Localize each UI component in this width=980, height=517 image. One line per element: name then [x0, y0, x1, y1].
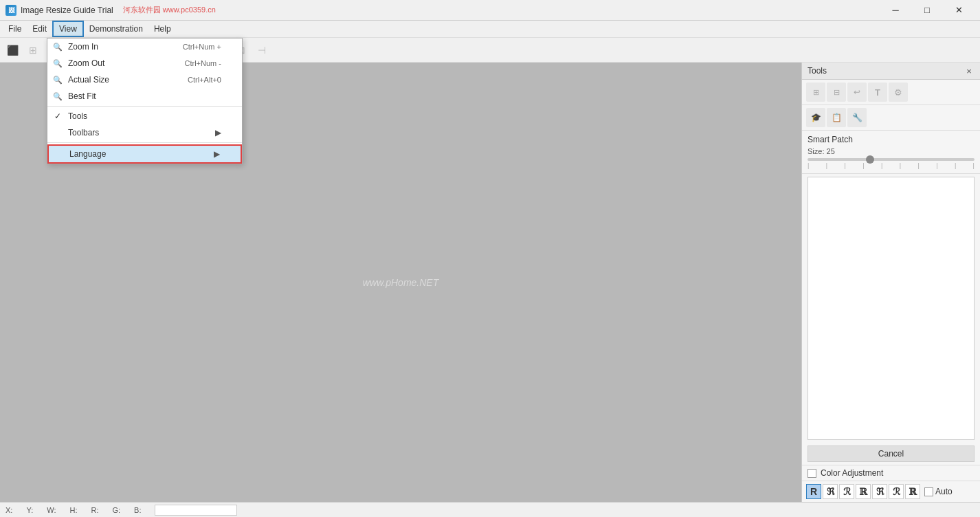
tools-panel-title: Tools: [808, 66, 827, 76]
status-w: W:: [47, 506, 56, 514]
toolbars-label: Toolbars: [68, 128, 99, 138]
toolbar-flip-v[interactable]: ⊣: [252, 41, 271, 60]
font-style-R[interactable]: R: [806, 484, 821, 499]
menu-separator-2: [47, 142, 242, 143]
menu-item-zoom-out[interactable]: 🔍 Zoom Out Ctrl+Num -: [47, 55, 242, 72]
status-bar: X: Y: W: H: R: G: B:: [0, 502, 980, 517]
tools-check-icon: ✓: [54, 111, 61, 121]
tools-panel: Tools × ⊞ ⊟ ↩ T ⚙ 🎓 📋 🔧 Smart Patch Size…: [801, 63, 980, 502]
watermark-text: 河东软件园 www.pc0359.cn: [123, 5, 216, 15]
menu-help[interactable]: Help: [148, 21, 177, 37]
font-style-bb1[interactable]: ℝ: [856, 484, 871, 499]
menu-separator-1: [47, 106, 242, 107]
toolbars-arrow-icon: ▶: [215, 128, 221, 138]
window-controls: ─ □ ✕: [880, 0, 975, 21]
menu-edit[interactable]: Edit: [27, 21, 52, 37]
zoom-in-icon: 🔍: [53, 43, 63, 52]
zoom-in-label: Zoom In: [68, 42, 98, 52]
menu-item-toolbars[interactable]: Toolbars ▶: [47, 124, 242, 141]
slider-thumb[interactable]: [866, 155, 874, 164]
tools-icons-row-1: ⊞ ⊟ ↩ T ⚙: [802, 80, 980, 105]
close-button[interactable]: ✕: [943, 0, 975, 21]
auto-label: Auto: [935, 487, 953, 496]
tools-label: Tools: [68, 111, 87, 121]
title-bar: 🖼 Image Resize Guide Trial 河东软件园 www.pc0…: [0, 0, 980, 21]
tools-panel-close-button[interactable]: ×: [964, 65, 975, 76]
status-g: G:: [112, 506, 120, 514]
app-icon: 🖼: [5, 5, 16, 16]
color-adjustment-label: Color Adjustment: [821, 468, 883, 478]
actual-size-icon: 🔍: [53, 76, 63, 85]
toolbar-btn-1[interactable]: ⬛: [3, 41, 22, 60]
cancel-button[interactable]: Cancel: [808, 446, 975, 462]
tool-text-btn[interactable]: T: [868, 82, 887, 102]
font-style-script2[interactable]: ℛ: [889, 484, 904, 499]
app-title: Image Resize Guide Trial: [21, 6, 113, 15]
font-style-bb2[interactable]: ℝ: [905, 484, 920, 499]
font-style-frak2[interactable]: ℜ: [872, 484, 887, 499]
status-h: H:: [69, 506, 77, 514]
font-style-row: R ℜ ℛ ℝ ℜ ℛ ℝ Auto: [802, 481, 980, 502]
toolbar-btn-2[interactable]: ⊞: [23, 41, 43, 60]
tool-undo-btn[interactable]: ↩: [847, 82, 867, 102]
size-slider[interactable]: [808, 158, 975, 161]
actual-size-shortcut: Ctrl+Alt+0: [188, 76, 221, 84]
zoom-out-icon: 🔍: [53, 59, 63, 68]
size-label: Size: 25: [808, 147, 975, 155]
minimize-button[interactable]: ─: [880, 0, 911, 21]
tool-crop-btn[interactable]: ⊟: [827, 82, 846, 102]
status-y: Y:: [26, 506, 33, 514]
color-adjustment-row: Color Adjustment: [802, 465, 980, 481]
tool-clipboard-btn[interactable]: 📋: [827, 108, 846, 127]
menu-view[interactable]: View: [52, 21, 84, 37]
menu-item-tools[interactable]: ✓ Tools: [47, 108, 242, 124]
menu-file[interactable]: File: [3, 21, 27, 37]
menu-demonstration[interactable]: Demonstration: [84, 21, 148, 37]
menu-item-best-fit[interactable]: 🔍 Best Fit: [47, 88, 242, 104]
zoom-in-shortcut: Ctrl+Num +: [183, 43, 221, 51]
tool-stamp-btn[interactable]: 🎓: [806, 108, 825, 127]
canvas-watermark: www.pHome.NET: [363, 277, 438, 288]
tool-select-btn[interactable]: ⊞: [806, 82, 825, 102]
best-fit-icon: 🔍: [53, 92, 63, 101]
color-adjustment-checkbox[interactable]: [808, 469, 816, 478]
zoom-out-label: Zoom Out: [68, 58, 104, 68]
status-input[interactable]: [155, 505, 237, 516]
actual-size-label: Actual Size: [68, 75, 109, 85]
smart-patch-label: Smart Patch: [808, 135, 975, 144]
menu-item-actual-size[interactable]: 🔍 Actual Size Ctrl+Alt+0: [47, 72, 242, 88]
preview-box: [808, 177, 975, 440]
title-bar-left: 🖼 Image Resize Guide Trial 河东软件园 www.pc0…: [5, 5, 216, 16]
language-arrow-icon: ▶: [214, 149, 220, 159]
menu-item-language[interactable]: Language ▶: [47, 144, 242, 164]
smart-patch-section: Smart Patch Size: 25 || || || || ||: [802, 131, 980, 174]
status-b: B:: [134, 506, 141, 514]
zoom-out-shortcut: Ctrl+Num -: [185, 59, 221, 67]
view-dropdown-menu: 🔍 Zoom In Ctrl+Num + 🔍 Zoom Out Ctrl+Num…: [47, 38, 243, 164]
slider-ticks: || || || || ||: [808, 162, 975, 169]
tools-panel-header: Tools ×: [802, 63, 980, 80]
best-fit-label: Best Fit: [68, 91, 96, 101]
maximize-button[interactable]: □: [911, 0, 943, 21]
status-r: R:: [91, 506, 98, 514]
tools-icons-row-2: 🎓 📋 🔧: [802, 105, 980, 131]
menu-item-zoom-in[interactable]: 🔍 Zoom In Ctrl+Num +: [47, 38, 242, 55]
auto-checkbox[interactable]: [924, 487, 933, 496]
status-x: X:: [5, 506, 12, 514]
menu-bar: File Edit View Demonstration Help: [0, 21, 980, 38]
font-style-script1[interactable]: ℛ: [839, 484, 854, 499]
font-style-frak1[interactable]: ℜ: [823, 484, 838, 499]
tool-patch-btn[interactable]: 🔧: [847, 108, 867, 127]
auto-checkbox-area: Auto: [924, 487, 953, 496]
tool-settings-btn[interactable]: ⚙: [889, 82, 908, 102]
language-label: Language: [69, 149, 106, 159]
